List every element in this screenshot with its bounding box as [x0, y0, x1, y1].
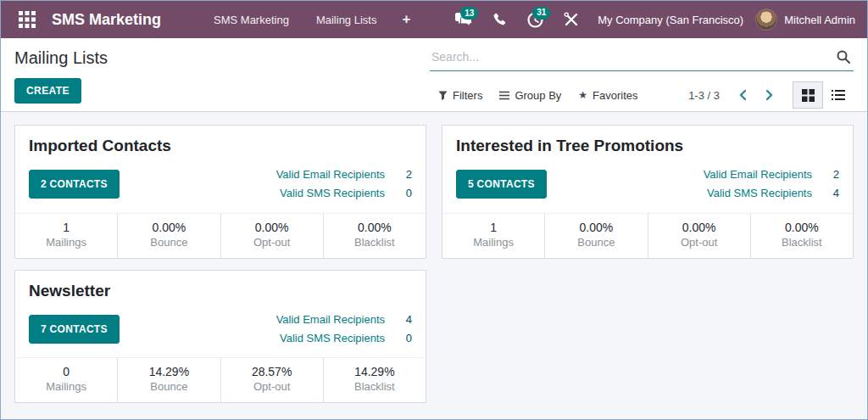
contacts-button[interactable]: 7 CONTACTS	[29, 315, 120, 344]
stat-mailings[interactable]: 1 Mailings	[442, 214, 544, 258]
menu-item-sms-marketing[interactable]: SMS Marketing	[200, 3, 303, 37]
card-stats: 1 Mailings 0.00% Bounce 0.00% Opt-out 0.…	[442, 213, 853, 258]
activities-badge: 31	[532, 7, 550, 20]
search-submit-button[interactable]	[835, 50, 852, 64]
valid-email-recipients-value: 2	[827, 167, 839, 183]
kanban-view: Imported Contacts 2 CONTACTS Valid Email…	[1, 112, 867, 419]
valid-sms-recipients-label[interactable]: Valid SMS Recipients	[707, 186, 812, 202]
card-title[interactable]: Newsletter	[29, 282, 412, 300]
app-name[interactable]: SMS Marketing	[52, 11, 161, 29]
top-menu: SMS Marketing Mailing Lists +	[200, 3, 422, 37]
stat-value: 1	[15, 221, 117, 234]
stat-label: Mailings	[15, 236, 117, 249]
view-switcher	[793, 81, 854, 109]
stat-value: 0.00%	[648, 221, 750, 234]
card-stats: 0 Mailings 14.29% Bounce 28.57% Opt-out …	[15, 357, 426, 402]
filters-button[interactable]: Filters	[430, 84, 491, 107]
favorites-button[interactable]: ★ Favorites	[570, 84, 646, 107]
user-menu[interactable]: Mitchell Admin	[755, 8, 855, 31]
stat-bounce[interactable]: 0.00% Bounce	[544, 214, 647, 258]
stat-opt-out[interactable]: 28.57% Opt-out	[220, 358, 323, 402]
search-input[interactable]	[431, 50, 835, 64]
stat-value: 0	[15, 365, 117, 378]
stat-label: Opt-out	[221, 236, 323, 249]
messages-badge: 13	[460, 7, 478, 20]
messages-button[interactable]: 13	[445, 7, 482, 32]
mailing-list-card-imported-contacts[interactable]: Imported Contacts 2 CONTACTS Valid Email…	[14, 125, 426, 259]
stat-label: Bounce	[545, 236, 647, 249]
kanban-grid-icon	[802, 89, 815, 102]
stat-mailings[interactable]: 0 Mailings	[15, 358, 117, 402]
group-by-label: Group By	[515, 89, 561, 102]
stat-blacklist[interactable]: 14.29% Blacklist	[323, 358, 426, 402]
apps-menu-button[interactable]	[14, 7, 40, 32]
chevron-left-icon	[738, 89, 747, 101]
valid-email-recipients-value: 4	[400, 312, 412, 328]
group-by-button[interactable]: Group By	[491, 84, 570, 107]
stat-value: 14.29%	[118, 365, 220, 378]
search-icon	[837, 50, 850, 64]
stat-value: 0.00%	[118, 221, 220, 234]
contacts-button[interactable]: 5 CONTACTS	[456, 170, 547, 199]
company-switcher[interactable]: My Company (San Francisco)	[589, 14, 755, 26]
new-mailing-button[interactable]: +	[390, 3, 422, 36]
wrench-tools-icon	[564, 12, 579, 27]
tools-button[interactable]	[554, 7, 589, 32]
recipients-block: Valid Email Recipients 4 Valid SMS Recip…	[276, 312, 412, 347]
activities-button[interactable]: 31	[517, 7, 554, 33]
stat-value: 0.00%	[324, 221, 426, 234]
filter-funnel-icon	[438, 91, 448, 100]
pager-next-button[interactable]	[759, 86, 781, 104]
card-title[interactable]: Interested in Tree Promotions	[456, 137, 839, 155]
contacts-button[interactable]: 2 CONTACTS	[29, 170, 120, 199]
user-name: Mitchell Admin	[784, 14, 855, 26]
calls-button[interactable]	[482, 8, 517, 32]
list-lines-icon	[832, 89, 845, 101]
stat-label: Blacklist	[751, 236, 853, 249]
stat-bounce[interactable]: 14.29% Bounce	[117, 358, 220, 402]
recipients-block: Valid Email Recipients 2 Valid SMS Recip…	[276, 167, 412, 202]
menu-item-mailing-lists[interactable]: Mailing Lists	[303, 3, 391, 37]
phone-icon	[492, 13, 507, 27]
valid-email-recipients-label[interactable]: Valid Email Recipients	[276, 167, 385, 183]
recipients-block: Valid Email Recipients 2 Valid SMS Recip…	[704, 167, 839, 202]
stat-label: Bounce	[118, 380, 220, 393]
stat-label: Blacklist	[324, 380, 426, 393]
kanban-view-button[interactable]	[793, 81, 823, 109]
stat-bounce[interactable]: 0.00% Bounce	[117, 214, 220, 258]
stat-blacklist[interactable]: 0.00% Blacklist	[750, 214, 853, 258]
stat-label: Opt-out	[648, 236, 750, 249]
stat-value: 0.00%	[751, 221, 853, 234]
create-button[interactable]: CREATE	[14, 78, 81, 104]
valid-email-recipients-label[interactable]: Valid Email Recipients	[276, 312, 385, 328]
stat-value: 1	[442, 221, 544, 234]
card-title[interactable]: Imported Contacts	[29, 137, 412, 155]
stat-mailings[interactable]: 1 Mailings	[15, 214, 117, 258]
apps-grid-icon	[18, 10, 36, 29]
mailing-list-card-tree-promotions[interactable]: Interested in Tree Promotions 5 CONTACTS…	[442, 125, 854, 259]
stat-label: Bounce	[118, 236, 220, 249]
stat-value: 28.57%	[221, 365, 323, 378]
stat-opt-out[interactable]: 0.00% Opt-out	[648, 214, 750, 258]
pager: 1-3 / 3	[688, 86, 781, 104]
card-stats: 1 Mailings 0.00% Bounce 0.00% Opt-out 0.…	[15, 213, 426, 258]
page-title: Mailing Lists	[14, 48, 108, 68]
stat-value: 0.00%	[545, 221, 647, 234]
star-icon: ★	[578, 89, 587, 101]
stat-opt-out[interactable]: 0.00% Opt-out	[220, 214, 323, 258]
valid-sms-recipients-label[interactable]: Valid SMS Recipients	[280, 331, 385, 347]
stat-value: 0.00%	[221, 221, 323, 234]
valid-email-recipients-label[interactable]: Valid Email Recipients	[704, 167, 812, 183]
stat-blacklist[interactable]: 0.00% Blacklist	[323, 214, 426, 258]
search-options-row: Filters Group By ★ Favorites 1-3 / 3	[430, 81, 854, 109]
pager-range: 1-3 / 3	[688, 89, 720, 102]
plus-icon: +	[402, 11, 410, 27]
valid-sms-recipients-value: 0	[400, 331, 412, 347]
valid-sms-recipients-label[interactable]: Valid SMS Recipients	[280, 186, 385, 202]
valid-sms-recipients-value: 0	[400, 186, 412, 202]
mailing-list-card-newsletter[interactable]: Newsletter 7 CONTACTS Valid Email Recipi…	[14, 270, 426, 404]
stat-label: Blacklist	[324, 236, 426, 249]
stat-label: Mailings	[442, 236, 544, 249]
pager-previous-button[interactable]	[732, 86, 754, 104]
list-view-button[interactable]	[823, 81, 854, 109]
